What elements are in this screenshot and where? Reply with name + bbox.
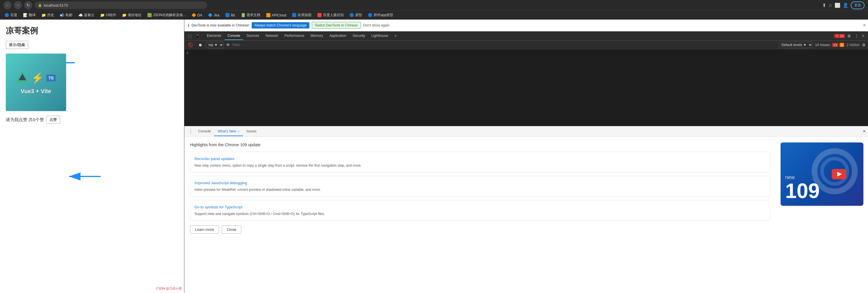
bookmarks-bar: 🔵百度 📝翻译 📁历史 📬私邮 ☁️蓝奏云 📁UI组件 📁项目地址 🟩JSON在… bbox=[0, 10, 868, 20]
webpage: 凉哥案例 展示/隐藏 ⚡ TS bbox=[0, 20, 184, 293]
vue-card-text: Vue3 + Vite bbox=[21, 88, 51, 95]
share-button[interactable]: ⬆ bbox=[822, 3, 826, 8]
bookmark-appguard[interactable]: 🟦应用加固 bbox=[290, 12, 314, 19]
version-number: 109 bbox=[785, 180, 820, 201]
log-levels-selector[interactable]: Default levels ▼ bbox=[779, 42, 813, 48]
bookmark-proto[interactable]: 🔵原型 bbox=[347, 12, 364, 19]
stop-recording-icon[interactable]: ⏺ bbox=[197, 42, 204, 48]
devtools-tabs: ⬚ 📱 Elements Console Sources Network Per… bbox=[184, 31, 868, 40]
page-title: 凉哥案例 bbox=[6, 25, 178, 36]
issues-count: 14 Issues: 13 1 bbox=[815, 43, 844, 47]
frame-selector[interactable]: top ▼ bbox=[206, 42, 224, 48]
bookmark-button[interactable]: ☆ bbox=[828, 3, 832, 8]
tab-elements[interactable]: Elements bbox=[204, 32, 224, 40]
whats-new-left: Highlights from the Chrome 109 update Re… bbox=[184, 137, 776, 293]
reload-button[interactable]: ↻ bbox=[24, 1, 32, 9]
clear-console-icon[interactable]: 🚫 bbox=[187, 42, 194, 48]
error-count-badge: 🔴 13 bbox=[834, 34, 845, 38]
tab-console[interactable]: Console bbox=[225, 32, 243, 40]
bookmark-zzapp[interactable]: 🔵郑州app原型 bbox=[366, 12, 396, 19]
arrow-like bbox=[58, 169, 103, 184]
bookmark-project[interactable]: 📁项目地址 bbox=[120, 12, 144, 19]
feature-card-3: Go to symbols for TypeScript Support vie… bbox=[190, 200, 770, 221]
always-match-button[interactable]: Always match Chrome's language bbox=[252, 22, 309, 29]
console-settings-icon[interactable]: ⚙ bbox=[862, 42, 866, 47]
panel-tab-issues[interactable]: Issues bbox=[243, 127, 260, 136]
play-button[interactable] bbox=[832, 169, 846, 179]
main-area: 凉哥案例 展示/隐藏 ⚡ TS bbox=[0, 20, 868, 293]
more-options-icon[interactable]: ⋮ bbox=[853, 32, 860, 39]
hidden-count: 2 hidden bbox=[846, 43, 860, 47]
switch-devtools-button[interactable]: Switch DevTools to Chinese bbox=[312, 22, 361, 29]
bookmark-face[interactable]: 🟥百度人脸识别 bbox=[315, 12, 346, 19]
panel-menu-icon[interactable]: ⋮ bbox=[187, 127, 195, 135]
tab-performance[interactable]: Performance bbox=[282, 32, 307, 40]
feature-desc-1: New step context menu, option to copy a … bbox=[194, 163, 766, 168]
panel-tab-whats-new[interactable]: What's New × bbox=[214, 127, 243, 136]
toggle-button[interactable]: 展示/隐藏 bbox=[6, 41, 28, 49]
like-button[interactable]: 点赞 bbox=[46, 116, 60, 124]
learn-more-button[interactable]: Learn more bbox=[190, 225, 219, 234]
notification-close-button[interactable]: × bbox=[863, 23, 866, 28]
tab-sources[interactable]: Sources bbox=[244, 32, 262, 40]
whats-new-content: Highlights from the Chrome 109 update Re… bbox=[184, 137, 868, 293]
account-button[interactable]: 👤 bbox=[843, 3, 848, 8]
feature-desc-2: Inline preview for WeakRef, correct prev… bbox=[194, 187, 766, 192]
whats-new-panel: ⋮ Console What's New × Issues × Highligh… bbox=[184, 126, 868, 293]
tab-network[interactable]: Network bbox=[262, 32, 281, 40]
bookmark-oa[interactable]: 🔶OA bbox=[189, 12, 205, 18]
address-bar[interactable]: 🔒 localhost:5173 bbox=[34, 1, 207, 9]
bookmark-lanzou[interactable]: ☁️蓝奏云 bbox=[76, 12, 97, 19]
vue-logos: ⚡ TS bbox=[16, 70, 56, 86]
bookmark-translate[interactable]: 📝翻译 bbox=[21, 12, 38, 19]
bookmark-ui[interactable]: 📁UI组件 bbox=[98, 12, 119, 19]
extensions-button[interactable]: ⬜ bbox=[835, 3, 840, 8]
devtools-close-button[interactable]: × bbox=[861, 32, 866, 40]
devtools-notification: ℹ DevTools is now available in Chinese! … bbox=[184, 20, 868, 31]
tab-application[interactable]: Application bbox=[327, 32, 349, 40]
console-filter-input[interactable] bbox=[232, 43, 777, 47]
vite-logo: ⚡ bbox=[31, 72, 44, 84]
feature-title-3[interactable]: Go to symbols for TypeScript bbox=[194, 205, 243, 209]
tab-memory[interactable]: Memory bbox=[308, 32, 326, 40]
bookmark-json[interactable]: 🟩JSON在线解析及格... bbox=[145, 12, 188, 19]
forward-button[interactable]: → bbox=[14, 1, 22, 9]
eye-icon[interactable]: 👁 bbox=[226, 42, 230, 47]
feature-card-1: Recorder panel updates New step context … bbox=[190, 152, 770, 172]
whats-new-close-icon[interactable]: × bbox=[238, 129, 240, 133]
back-button[interactable]: ← bbox=[3, 1, 11, 9]
bookmark-mail[interactable]: 📬私邮 bbox=[58, 12, 75, 19]
chrome-version-info: new 109 bbox=[785, 174, 820, 201]
dont-show-text[interactable]: Don't show again bbox=[363, 23, 390, 27]
settings-icon[interactable]: ⚙ bbox=[846, 32, 852, 39]
panel-tab-console[interactable]: Console bbox=[195, 127, 214, 136]
device-icon[interactable]: 📱 bbox=[194, 32, 201, 39]
vue-logo bbox=[16, 70, 29, 86]
tab-lighthouse[interactable]: Lighthouse bbox=[368, 32, 391, 40]
bookmark-docs[interactable]: 📗需求文档 bbox=[239, 12, 262, 19]
notification-text: DevTools is now available in Chinese! bbox=[191, 23, 249, 27]
feature-title-2[interactable]: Improved JavaScript debugging bbox=[194, 181, 247, 185]
feature-title-1[interactable]: Recorder panel updates bbox=[194, 156, 235, 161]
issues-warn-badge: 1 bbox=[839, 43, 844, 47]
inspect-icon[interactable]: ⬚ bbox=[187, 32, 193, 39]
lock-icon: 🔒 bbox=[38, 3, 42, 7]
play-triangle-icon bbox=[837, 172, 842, 176]
vue-card: ⚡ TS Vue3 + Vite bbox=[6, 54, 66, 111]
bookmark-apicloud[interactable]: 🟧APICloud bbox=[264, 12, 289, 18]
bookmark-jira[interactable]: 🔷Jira bbox=[206, 12, 221, 18]
devtools-panel: ℹ DevTools is now available in Chinese! … bbox=[184, 20, 868, 293]
tab-more[interactable]: » bbox=[392, 32, 400, 40]
update-button[interactable]: 更新 bbox=[851, 1, 865, 9]
like-text: 请为我点赞 共0个赞 bbox=[6, 117, 44, 123]
close-button[interactable]: Close bbox=[222, 225, 241, 234]
console-area: › ⋮ Console What's New × Issues × bbox=[184, 49, 868, 293]
bookmark-baidu[interactable]: 🔵百度 bbox=[2, 12, 20, 19]
ts-badge: TS bbox=[46, 75, 56, 82]
console-chevron-icon[interactable]: › bbox=[184, 49, 190, 56]
tab-security[interactable]: Security bbox=[350, 32, 368, 40]
bookmark-history[interactable]: 📁历史 bbox=[39, 12, 56, 19]
panel-close-all-button[interactable]: × bbox=[863, 128, 866, 135]
whats-new-right: new 109 bbox=[776, 137, 868, 293]
bookmark-bit[interactable]: 🟦Bit bbox=[223, 12, 237, 18]
